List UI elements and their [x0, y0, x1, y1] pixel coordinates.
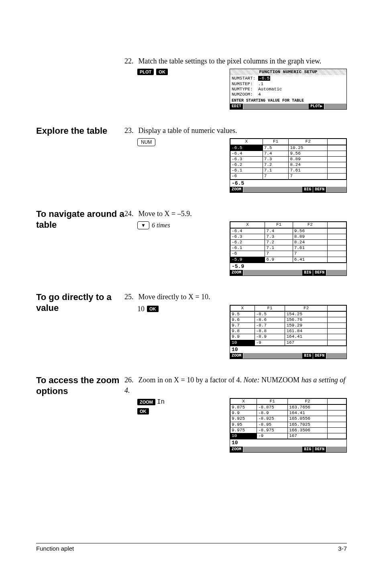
table-cell: 10.25 — [289, 145, 328, 151]
table-cell: -8.9 — [257, 410, 288, 416]
table-row: -5.96.96.41 — [230, 257, 346, 262]
foot-defn: DEFN — [313, 270, 326, 276]
step-24-num: 24. — [124, 209, 136, 219]
foot-big: BIG — [302, 187, 313, 192]
table-cell: -8.7 — [255, 323, 285, 329]
table-cell: -9 — [257, 433, 288, 439]
table-cell: 9.56 — [293, 228, 327, 234]
step-23-line: 23. Display a table of numeric values. — [124, 126, 347, 136]
table-cell: 7 — [293, 251, 327, 257]
table-cell: 9.975 — [230, 427, 257, 433]
table-cell: 10 — [230, 340, 255, 345]
foot-zoom: ZOOM — [230, 187, 243, 192]
table-cell: 7.2 — [265, 239, 293, 245]
table-row: 9.925-8.925165.0556 — [230, 416, 346, 422]
table-cell: -6.1 — [230, 168, 263, 174]
table-row: -6.27.28.24 — [230, 239, 346, 245]
numzoom-label: NUMZOOM: — [232, 92, 253, 97]
col-header: F2 — [289, 139, 328, 145]
ok-softkey-26[interactable]: OK — [137, 408, 149, 414]
table-cell: 8.89 — [289, 156, 328, 162]
table-cell: 154.25 — [285, 311, 328, 317]
table-cell: 9.7 — [230, 323, 255, 329]
step-26-text-a: Zoom in on X = 10 by a factor of 4. — [139, 376, 244, 384]
foot-big: BIG — [302, 270, 313, 276]
col-header: X — [230, 305, 255, 311]
step-23-num: 23. — [124, 126, 136, 136]
table-cell: 167 — [288, 433, 328, 439]
ok-softkey-25[interactable]: OK — [147, 306, 159, 312]
step-22-num: 22. — [124, 56, 136, 66]
step-26-line: 26. Zoom in on X = 10 by a factor of 4. … — [124, 375, 347, 395]
step-22-line: 22. Match the table settings to the pixe… — [124, 56, 347, 66]
zoom-softkey[interactable]: ZOOM — [137, 399, 155, 405]
numstart-value: -6.5 — [258, 76, 270, 81]
table-cell: -6.2 — [230, 239, 265, 245]
direct-heading: To go directly to a value — [36, 292, 124, 359]
table-row: -6.37.38.89 — [230, 234, 346, 239]
table-cell: -8.5 — [255, 311, 285, 317]
ok-softkey[interactable]: OK — [156, 69, 168, 75]
table-cell: 7.3 — [263, 156, 289, 162]
table-cell: 7 — [263, 174, 289, 179]
table-25-screen: XF1F29.5-8.5154.259.6-8.6156.769.7-8.715… — [230, 305, 347, 359]
table-cell: 9.95 — [230, 422, 257, 427]
table-row: 9.8-8.8161.84 — [230, 329, 346, 334]
plot-softkey[interactable]: PLOT — [137, 69, 154, 75]
step-25-line: 25. Move directly to X = 10. — [124, 292, 347, 302]
table-cell: 161.84 — [285, 329, 328, 334]
table-row: 9.7-8.7159.29 — [230, 323, 346, 329]
table-cell: 164.41 — [288, 410, 328, 416]
down-arrow-key[interactable]: ▼ — [137, 221, 149, 229]
step-22-text: Match the table settings to the pixel co… — [139, 57, 322, 65]
table-cell: 7.4 — [265, 228, 293, 234]
table-cell: -8.8 — [255, 329, 285, 334]
table-cell: 163.7656 — [288, 404, 328, 410]
table-row: -6.57.510.25 — [230, 145, 346, 151]
table-foot: ZOOMBIGDEFN — [230, 447, 346, 452]
table-cell: 6.41 — [293, 257, 327, 262]
table-cell: 7.61 — [293, 245, 327, 251]
table-cell: 9.6 — [230, 317, 255, 323]
note-text: NUMZOOM — [260, 376, 302, 384]
col-header: X — [230, 398, 257, 404]
table-cell: 9.925 — [230, 416, 257, 422]
table-foot: ZOOMBIGDEFN — [230, 270, 346, 276]
table-26-screen: XF1F29.875-8.875163.76569.9-8.9164.419.9… — [230, 398, 347, 453]
data-table: XF1F29.875-8.875163.76569.9-8.9164.419.9… — [230, 398, 346, 439]
table-row: 9.95-8.95165.7025 — [230, 422, 346, 427]
table-cell: 6.9 — [265, 257, 293, 262]
setup-title: FUNCTION NUMERIC SETUP — [230, 69, 346, 75]
table-row: -6.47.49.56 — [230, 151, 346, 156]
input-line: 10 — [230, 439, 346, 447]
table-cell: 9.875 — [230, 404, 257, 410]
foot-zoom: ZOOM — [230, 353, 243, 359]
step-25-num: 25. — [124, 292, 136, 302]
table-cell: -8.95 — [257, 422, 288, 427]
table-row: 10-9167 — [230, 433, 346, 439]
data-table: XF1F29.5-8.5154.259.6-8.6156.769.7-8.715… — [230, 305, 346, 346]
col-header: F1 — [255, 305, 285, 311]
table-cell: 167 — [285, 340, 328, 345]
table-row: -6.17.17.61 — [230, 168, 346, 174]
numtype-label: NUMTYPE: — [232, 87, 253, 92]
table-row: -6.47.49.56 — [230, 228, 346, 234]
table-row: 9.9-8.9164.41 — [230, 334, 346, 340]
table-cell: 7.3 — [265, 234, 293, 239]
col-header: F1 — [257, 398, 288, 404]
table-foot: ZOOMBIGDEFN — [230, 353, 346, 359]
foot-plot: PLOT▶ — [309, 104, 324, 109]
col-header: F2 — [293, 222, 327, 228]
col-header: X — [230, 139, 263, 145]
col-header: F2 — [285, 305, 328, 311]
in-text: In — [157, 398, 165, 406]
table-cell: 159.29 — [285, 323, 328, 329]
numstep-value: .1 — [258, 82, 263, 86]
num-key[interactable]: NUM — [137, 138, 155, 146]
table-cell: 7 — [265, 251, 293, 257]
setup-prompt: ENTER STARTING VALUE FOR TABLE — [230, 98, 346, 104]
table-cell: 165.7025 — [288, 422, 328, 427]
table-row: 10-9167 — [230, 340, 346, 345]
data-table: XF1F2-6.57.510.25-6.47.49.56-6.37.38.89-… — [230, 139, 346, 179]
setup-foot: EDIT PLOT▶ — [230, 104, 346, 109]
